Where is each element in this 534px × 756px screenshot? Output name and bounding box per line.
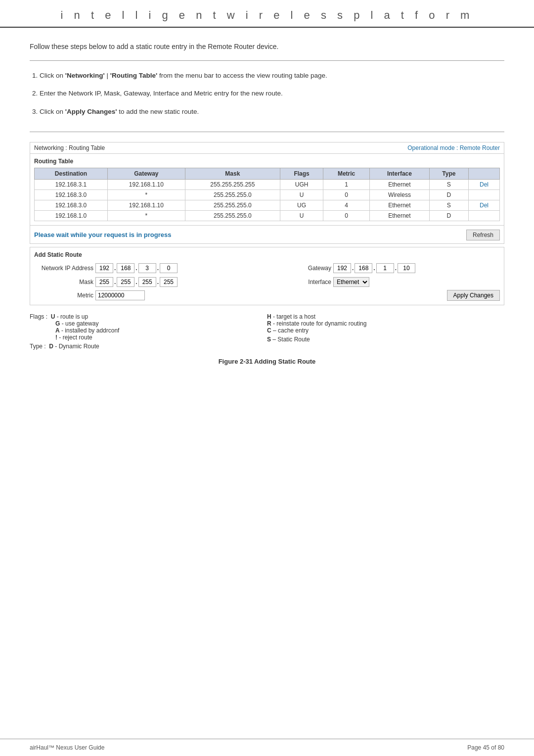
network-ip-2[interactable] xyxy=(117,263,134,273)
table-cell: 255.255.255.0 xyxy=(185,189,280,200)
table-cell: Wireless xyxy=(370,189,430,200)
table-cell: 4 xyxy=(323,200,370,210)
interface-select[interactable]: Ethernet Wireless xyxy=(333,277,369,287)
step-2: Enter the Network IP, Mask, Gateway, Int… xyxy=(40,89,504,98)
metric-label: Metric xyxy=(34,292,93,299)
mask-3[interactable] xyxy=(138,277,156,287)
gateway-row: Gateway . . . xyxy=(272,263,500,273)
mask-row: Mask . . . xyxy=(34,277,262,287)
table-cell: 0 xyxy=(323,189,370,200)
col-mask: Mask xyxy=(185,168,280,179)
table-cell: * xyxy=(108,189,185,200)
legend-section: Flags : U - route is up G - use gateway … xyxy=(30,313,504,350)
col-del xyxy=(469,168,500,179)
table-cell: U xyxy=(280,210,323,221)
add-static-section: Add Static Route Network IP Address . . … xyxy=(30,247,504,305)
interface-label: Interface xyxy=(272,279,331,285)
legend-flags-header: Flags : U - route is up xyxy=(30,313,267,320)
metric-input[interactable] xyxy=(95,290,145,300)
panel-op-mode: Operational mode : Remote Router xyxy=(407,144,500,151)
progress-row: Please wait while your request is in pro… xyxy=(30,225,504,243)
table-cell: Ethernet xyxy=(370,210,430,221)
page-footer: airHaul™ Nexus User Guide Page 45 of 80 xyxy=(0,739,534,756)
legend-type: Type : D - Dynamic Route xyxy=(30,343,267,350)
legend-right: H - target is a host R - reinstate route… xyxy=(267,313,504,350)
table-header-row: Destination Gateway Mask Flags Metric In… xyxy=(35,168,500,179)
table-cell: UGH xyxy=(280,179,323,189)
network-ip-input-group: . . . xyxy=(95,263,178,273)
table-cell: 192.168.3.1 xyxy=(35,179,108,189)
mask-1[interactable] xyxy=(95,277,113,287)
table-row: 192.168.3.0192.168.1.10255.255.255.0UG4E… xyxy=(35,200,500,210)
add-static-title: Add Static Route xyxy=(34,251,500,258)
col-gateway: Gateway xyxy=(108,168,185,179)
footer-left: airHaul™ Nexus User Guide xyxy=(30,744,104,751)
table-cell-del xyxy=(469,189,500,200)
col-interface: Interface xyxy=(370,168,430,179)
col-destination: Destination xyxy=(35,168,108,179)
network-ip-4[interactable] xyxy=(160,263,178,273)
table-cell: D xyxy=(429,189,468,200)
table-row: 192.168.3.0*255.255.255.0U0WirelessD xyxy=(35,189,500,200)
progress-text: Please wait while your request is in pro… xyxy=(34,231,171,238)
table-cell: D xyxy=(429,210,468,221)
col-metric: Metric xyxy=(323,168,370,179)
legend-a: A - installed by addrconf xyxy=(30,327,267,334)
legend-s: S – Static Route xyxy=(267,336,504,343)
add-static-form-grid: Network IP Address . . . Gateway . xyxy=(34,263,500,287)
table-cell: 192.168.1.10 xyxy=(108,200,185,210)
delete-link[interactable]: Del xyxy=(480,181,489,188)
table-cell-del xyxy=(469,210,500,221)
table-cell: Ethernet xyxy=(370,200,430,210)
network-ip-row: Network IP Address . . . xyxy=(34,263,262,273)
op-mode-link[interactable]: Operational mode : Remote Router xyxy=(407,144,500,151)
step1-bold1: 'Networking' xyxy=(65,72,105,79)
network-ip-1[interactable] xyxy=(95,263,113,273)
step-1: Click on 'Networking' | 'Routing Table' … xyxy=(40,71,504,81)
routing-table: Destination Gateway Mask Flags Metric In… xyxy=(34,168,500,221)
page-header: i n t e l l i g e n t w i r e l e s s p … xyxy=(0,0,534,28)
mask-label: Mask xyxy=(34,279,93,285)
step1-bold2: 'Routing Table' xyxy=(110,72,157,79)
col-flags: Flags xyxy=(280,168,323,179)
network-ip-3[interactable] xyxy=(138,263,156,273)
gateway-ip-2[interactable] xyxy=(355,263,372,273)
divider-middle xyxy=(30,132,504,132)
table-cell: 1 xyxy=(323,179,370,189)
footer-right: Page 45 of 80 xyxy=(467,744,504,751)
legend-excl: ! - reject route xyxy=(30,334,267,341)
table-cell: 255.255.255.0 xyxy=(185,210,280,221)
header-title: i n t e l l i g e n t w i r e l e s s p … xyxy=(30,9,504,22)
table-cell: 0 xyxy=(323,210,370,221)
table-cell-del[interactable]: Del xyxy=(469,179,500,189)
table-cell: 255.255.255.255 xyxy=(185,179,280,189)
panel-wrapper: Networking : Routing Table Operational m… xyxy=(30,142,504,244)
legend-left: Flags : U - route is up G - use gateway … xyxy=(30,313,267,350)
network-ip-label: Network IP Address xyxy=(34,265,93,272)
gateway-label: Gateway xyxy=(272,265,331,272)
mask-4[interactable] xyxy=(160,277,178,287)
gateway-ip-3[interactable] xyxy=(376,263,394,273)
routing-table-body: 192.168.3.1192.168.1.10255.255.255.255UG… xyxy=(35,179,500,221)
table-cell: UG xyxy=(280,200,323,210)
table-cell: 192.168.3.0 xyxy=(35,189,108,200)
routing-table-title: Routing Table xyxy=(34,158,500,165)
table-row: 192.168.1.0*255.255.255.0U0EthernetD xyxy=(35,210,500,221)
delete-link[interactable]: Del xyxy=(480,202,489,209)
gateway-input-group: . . . xyxy=(333,263,415,273)
metric-form-row: Metric Apply Changes xyxy=(34,290,500,301)
steps-list: Click on 'Networking' | 'Routing Table' … xyxy=(30,71,504,117)
mask-input-group: . . . xyxy=(95,277,178,287)
legend-r: R - reinstate route for dynamic routing xyxy=(267,320,504,327)
mask-2[interactable] xyxy=(117,277,134,287)
table-cell: S xyxy=(429,179,468,189)
main-content: Follow these steps below to add a static… xyxy=(0,28,534,380)
intro-text: Follow these steps below to add a static… xyxy=(30,43,504,50)
refresh-button[interactable]: Refresh xyxy=(466,230,500,240)
apply-changes-button[interactable]: Apply Changes xyxy=(447,290,500,301)
gateway-ip-1[interactable] xyxy=(333,263,351,273)
gateway-ip-4[interactable] xyxy=(398,263,415,273)
table-cell-del[interactable]: Del xyxy=(469,200,500,210)
table-cell: 192.168.1.0 xyxy=(35,210,108,221)
panel-nav-label: Networking : Routing Table xyxy=(34,144,105,151)
